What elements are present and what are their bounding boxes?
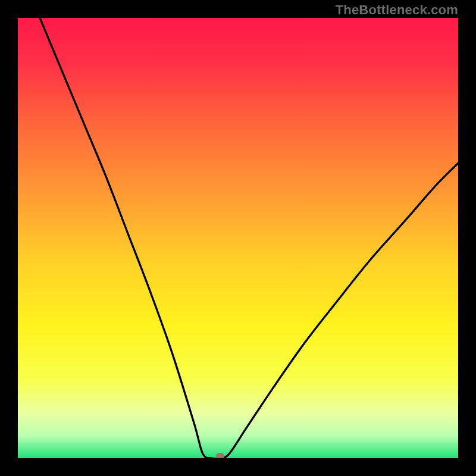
watermark-text: TheBottleneck.com xyxy=(336,2,458,18)
plot-area xyxy=(18,18,458,458)
bottleneck-curve xyxy=(18,18,458,458)
chart-frame: TheBottleneck.com xyxy=(0,0,476,476)
optimum-marker xyxy=(216,453,224,458)
